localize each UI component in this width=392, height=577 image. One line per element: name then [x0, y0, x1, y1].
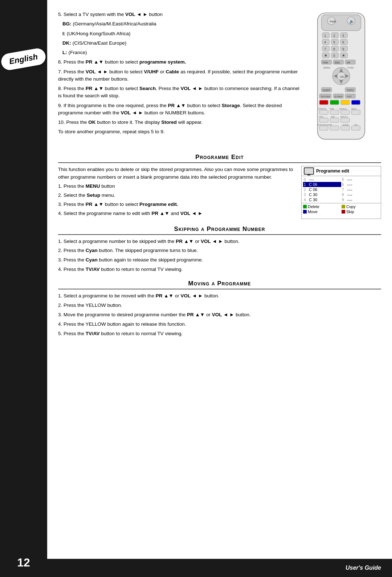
prog-row-4: 4 C 30: [303, 197, 341, 202]
svg-text:1: 1: [324, 34, 326, 37]
svg-text:SLEEP: SLEEP: [323, 89, 330, 92]
svg-text:TV/AV: TV/AV: [347, 66, 354, 69]
svg-text:7: 7: [324, 47, 326, 51]
skipping-title: Skipping a Programme Number: [174, 225, 265, 232]
svg-rect-71: [330, 118, 339, 122]
top-text: 5. Select a TV system with the VOL ◄ ► b…: [58, 11, 301, 146]
moving-content: 1. Select a programme to be moved with t…: [58, 292, 381, 338]
blue-square: [303, 210, 307, 214]
page-number: 12: [17, 556, 30, 569]
step5-l: L: (France): [62, 49, 301, 56]
programme-edit-title: Programme Edit: [195, 154, 244, 160]
step5-dk: DK: (CIS/China/East Europe): [62, 40, 301, 47]
svg-rect-1: [322, 15, 361, 31]
prog-row-8: 8 ----: [341, 192, 379, 197]
svg-text:PWR: PWR: [330, 20, 336, 23]
prog-step4: 4. Select the programme name to edit wit…: [58, 210, 294, 218]
svg-text:VR: VR: [347, 61, 350, 64]
prog-box-header: Programme edit: [302, 166, 381, 176]
remote-control-svg: PWR 🔊 1 2 3 4 5 6 7 8: [309, 11, 374, 145]
skipping-header: Skipping a Programme Number: [58, 225, 381, 235]
move-step1: 1. Select a programme to be moved with t…: [58, 292, 381, 300]
programme-edit-text: This function enables you to delete or s…: [58, 166, 294, 219]
svg-text:3: 3: [342, 34, 344, 37]
svg-rect-70: [319, 118, 328, 122]
svg-text:9: 9: [342, 47, 344, 51]
svg-text:8: 8: [333, 47, 335, 51]
language-badge: English: [0, 47, 47, 72]
skip-step1: 1. Select a programme number to be skipp…: [58, 238, 381, 245]
svg-text:PR/+: PR/+: [354, 124, 358, 126]
prog-row-5: 5 ----: [341, 177, 379, 182]
move-step3: 3. Move the programme to desired program…: [58, 311, 381, 319]
move-step2: 2. Press the YELLOW button.: [58, 302, 381, 309]
moving-title: Moving a Programme: [188, 280, 251, 287]
skip-step2: 2. Press the Cyan button. The skipped pr…: [58, 247, 381, 255]
step5-bg: BG: (Germany/Asia/M.East/Africa/Australi…: [62, 20, 301, 28]
svg-rect-57: [341, 100, 350, 105]
top-section: 5. Select a TV system with the VOL ◄ ► b…: [58, 11, 381, 146]
svg-text:🔊: 🔊: [349, 19, 354, 24]
prog-row-0: 0 ----: [303, 177, 341, 182]
moving-section: Moving a Programme 1. Select a programme…: [58, 280, 381, 338]
svg-text:5: 5: [333, 40, 335, 44]
svg-rect-65: [341, 110, 350, 114]
svg-text:MENU: MENU: [323, 66, 330, 69]
svg-text:4: 4: [324, 40, 326, 44]
programme-edit-body: This function enables you to delete or s…: [58, 166, 381, 219]
footer-skip: Skip: [342, 210, 379, 214]
skip-step3: 3. Press the Cyan button again to releas…: [58, 256, 381, 264]
prog-step2: 2. Select the Setup menu.: [58, 192, 294, 199]
step8: 8. Press the PR ▲▼ button to select Sear…: [58, 85, 301, 100]
copy-label: Copy: [346, 204, 356, 209]
moving-header: Moving a Programme: [58, 280, 381, 289]
users-guide-label: User's Guide: [346, 565, 381, 571]
prog-row-6: 6 ----: [341, 182, 379, 187]
svg-text:6: 6: [342, 40, 344, 44]
svg-text:Q.VIEW: Q.VIEW: [335, 96, 343, 98]
page-number-box: 12: [0, 548, 47, 577]
svg-text:★: ★: [324, 53, 327, 57]
red-square: [342, 210, 345, 214]
prog-edit-intro: This function enables you to delete or s…: [58, 166, 294, 181]
prog-box-footer: Delete Copy Move Skip: [302, 203, 381, 215]
svg-rect-78: [341, 126, 350, 130]
prog-row-2: 2 C 06: [303, 187, 341, 192]
yellow-square-copy: [342, 205, 345, 208]
svg-text:OK: OK: [340, 75, 344, 78]
svg-rect-76: [319, 126, 328, 130]
svg-rect-58: [351, 100, 360, 105]
svg-rect-79: [351, 126, 360, 130]
svg-text:PIP/+: PIP/+: [319, 116, 324, 118]
svg-text:MODE/+: MODE/+: [343, 124, 350, 126]
step5: 5. Select a TV system with the VOL ◄ ► b…: [58, 11, 301, 18]
step10: 10. Press the OK button to store it. The…: [58, 119, 301, 126]
svg-rect-72: [341, 118, 350, 122]
move-label: Move: [308, 210, 318, 214]
skip-step4: 4. Press the TV/AV button to return to n…: [58, 266, 381, 273]
svg-text:PSM: PSM: [323, 61, 328, 64]
svg-text:2: 2: [333, 34, 335, 37]
skipping-section: Skipping a Programme Number 1. Select a …: [58, 225, 381, 274]
skipping-content: 1. Select a programme number to be skipp…: [58, 238, 381, 274]
move-step4: 4. Press the YELLOW button again to rele…: [58, 321, 381, 328]
prog-row-1: 1 C 06: [303, 182, 341, 187]
svg-text:POSITION+SWAP: POSITION+SWAP: [318, 124, 332, 126]
svg-text:TEXT/MX: TEXT/MX: [320, 96, 330, 98]
step7: 7. Press the VOL ◄ ► button to select V/…: [58, 68, 301, 83]
prog-col-right: 5 ---- 6 ---- 7 ---- 8 -: [341, 177, 379, 202]
prog-step1: 1. Press the MENU button: [58, 183, 294, 190]
svg-text:TV/PC: TV/PC: [347, 89, 354, 92]
programme-edit-box: Programme edit 0 ---- 1 C 06: [301, 166, 381, 219]
svg-rect-77: [330, 126, 339, 130]
svg-text:LIST: LIST: [347, 96, 352, 98]
footer-copy: Copy: [342, 204, 379, 209]
prog-row-3: 3 C 30: [303, 192, 341, 197]
footer-move: Move: [303, 210, 341, 214]
svg-rect-56: [330, 100, 339, 105]
svg-text:TIME: TIME: [329, 108, 334, 110]
svg-text:REVEAL: REVEAL: [339, 108, 347, 110]
step6: 6. Press the PR ▲▼ button to select prog…: [58, 58, 301, 66]
programme-edit-section: Programme Edit This function enables you…: [58, 154, 381, 219]
footer-delete: Delete: [303, 204, 341, 209]
